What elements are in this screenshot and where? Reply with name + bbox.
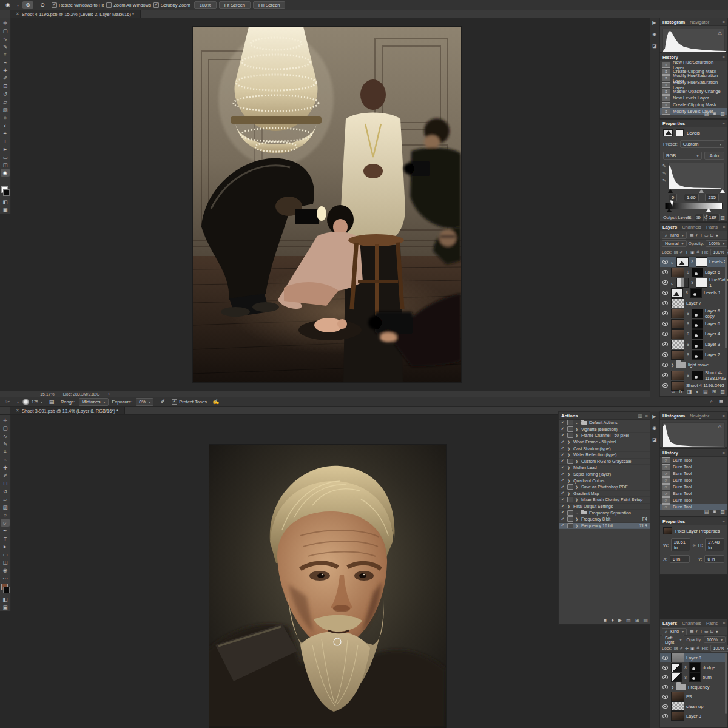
- burn-tool[interactable]: ☞: [1, 519, 10, 527]
- mask-link-icon[interactable]: ∞: [684, 666, 688, 669]
- layer-name[interactable]: Layer 3: [705, 342, 720, 347]
- filter-smart-object-icon[interactable]: ⊡: [710, 629, 714, 634]
- link-dimensions-icon[interactable]: ∞: [693, 543, 696, 547]
- action-dialog-toggle-icon[interactable]: [567, 497, 573, 502]
- history-state[interactable]: ≡ Create Clipping Mask: [660, 101, 727, 108]
- action-row[interactable]: ✓ ❯ Water Reflection (type): [559, 452, 650, 459]
- action-row[interactable]: ✓ ❯ Cast Shadow (type): [559, 445, 650, 452]
- action-enabled-check-icon[interactable]: ✓: [560, 497, 565, 502]
- marquee-tool[interactable]: ▢: [1, 27, 10, 35]
- layer-mask-thumbnail[interactable]: [696, 257, 707, 267]
- layer-mask-thumbnail[interactable]: [690, 288, 702, 298]
- layer-name[interactable]: FS: [686, 694, 692, 699]
- layers-scrollbar[interactable]: [725, 257, 727, 348]
- protect-tones-checkbox[interactable]: Protect Tones: [172, 399, 207, 405]
- mask-link-icon[interactable]: ∞: [684, 675, 688, 679]
- layer-mask-thumbnail[interactable]: [692, 319, 703, 329]
- mask-link-icon[interactable]: ∞: [686, 271, 690, 274]
- brush-tool[interactable]: ✐: [1, 471, 10, 479]
- action-name[interactable]: Water Reflection (type): [573, 453, 616, 457]
- history-state[interactable]: ≡ New Levels Layer: [660, 95, 727, 101]
- document-tab-top[interactable]: ✕ Shoot 4-1196.psb @ 15.2% (Levels 2, La…: [10, 10, 141, 18]
- quick-mask-icon[interactable]: ◧: [1, 198, 10, 206]
- action-dialog-toggle-icon[interactable]: [567, 516, 573, 522]
- layer-name[interactable]: Layer 4: [705, 331, 720, 337]
- action-disclosure-icon[interactable]: ⌄: [575, 511, 579, 515]
- layer-row[interactable]: Layer 8: [660, 653, 727, 662]
- panel-menu-icon[interactable]: ≡: [645, 413, 648, 419]
- blend-mode-dropdown[interactable]: Soft Light▾: [662, 635, 684, 645]
- width-field[interactable]: 20.61 in: [671, 538, 690, 551]
- new-group-icon[interactable]: ▤: [703, 389, 708, 394]
- layer-name[interactable]: Layer 3: [686, 713, 701, 719]
- action-disclosure-icon[interactable]: ❯: [575, 433, 579, 437]
- play-icon[interactable]: ▶: [618, 618, 622, 623]
- mask-link-icon[interactable]: ∞: [690, 260, 695, 264]
- layer-mask-thumbnail[interactable]: [689, 672, 701, 682]
- action-disclosure-icon[interactable]: ❯: [567, 465, 571, 470]
- layer-thumbnail[interactable]: [676, 278, 689, 288]
- action-disclosure-icon[interactable]: ❯: [567, 447, 571, 451]
- action-name[interactable]: Custom RGB to Grayscale: [581, 459, 631, 463]
- checkbox-icon[interactable]: [153, 2, 159, 8]
- layer-style-icon[interactable]: fx: [679, 389, 683, 394]
- layer-thumbnail[interactable]: [671, 319, 684, 329]
- action-disclosure-icon[interactable]: ❯: [567, 491, 571, 496]
- layer-thumbnail[interactable]: [671, 711, 684, 721]
- layer-thumbnail[interactable]: [671, 350, 684, 360]
- group-disclosure-icon[interactable]: ❯: [671, 363, 675, 367]
- history-state[interactable]: ☞ Burn Tool: [660, 484, 727, 490]
- action-enabled-check-icon[interactable]: ✓: [560, 453, 565, 457]
- input-white-slider[interactable]: [720, 189, 725, 193]
- layer-row[interactable]: Layer 7: [660, 298, 727, 308]
- layer-name[interactable]: clean up: [686, 704, 703, 709]
- filter-adjustment-icon[interactable]: ◐: [696, 629, 698, 634]
- layer-row[interactable]: Layer 3: [660, 711, 727, 721]
- history-state[interactable]: ≡ Modify Hue/Saturation Layer: [660, 81, 727, 88]
- libraries-panel-icon[interactable]: ◪: [652, 437, 657, 442]
- action-name[interactable]: Molten Lead: [573, 465, 597, 470]
- expand-panels-icon[interactable]: ▶: [652, 20, 657, 25]
- path-selection-tool[interactable]: ►: [1, 145, 10, 153]
- healing-brush-tool[interactable]: ✚: [1, 66, 10, 74]
- kind-filter-dropdown[interactable]: ⌕ Kind▾: [662, 232, 687, 239]
- output-white-slider[interactable]: [706, 208, 711, 212]
- layer-visibility-eye-icon[interactable]: [661, 310, 669, 317]
- tab-actions[interactable]: Actions: [561, 413, 578, 419]
- link-layers-icon[interactable]: ∞: [672, 389, 675, 394]
- zoom-in-icon[interactable]: ⊕: [22, 1, 33, 9]
- action-enabled-check-icon[interactable]: ✓: [560, 465, 565, 470]
- zoom-preset-button[interactable]: 100%: [194, 1, 217, 9]
- layer-visibility-eye-icon[interactable]: [661, 279, 669, 286]
- color-swatches[interactable]: [1, 584, 10, 593]
- group-disclosure-icon[interactable]: ❯: [671, 685, 675, 689]
- filter-adjustment-icon[interactable]: ◐: [696, 233, 698, 238]
- screen-mode-icon[interactable]: ▣: [1, 603, 10, 611]
- action-name[interactable]: Wood Frame - 50 pixel: [573, 440, 616, 444]
- lock-transparency-icon[interactable]: ▨: [674, 250, 678, 255]
- pen-tool[interactable]: ✒: [1, 129, 10, 137]
- new-snapshot-icon[interactable]: ◙: [713, 111, 716, 116]
- layer-visibility-eye-icon[interactable]: [661, 300, 669, 306]
- tab-layers[interactable]: Layers: [662, 224, 677, 230]
- panel-menu-icon[interactable]: ≡: [723, 19, 725, 25]
- filter-toggle-icon[interactable]: ●: [716, 233, 718, 238]
- mask-link-icon[interactable]: ∞: [686, 332, 690, 336]
- layer-row[interactable]: ∞ Levels 1: [660, 288, 727, 298]
- toolbar-ellipsis[interactable]: ⋯: [1, 177, 10, 184]
- path-selection-tool[interactable]: ►: [1, 542, 10, 550]
- action-disclosure-icon[interactable]: ❯: [567, 440, 571, 444]
- eraser-tool[interactable]: ▱: [1, 495, 10, 503]
- action-disclosure-icon[interactable]: ❯: [567, 479, 571, 483]
- layer-thumbnail[interactable]: [676, 257, 689, 267]
- action-disclosure-icon[interactable]: ❯: [575, 524, 579, 528]
- layer-row[interactable]: ❯ Frequency: [660, 682, 727, 692]
- hand-tool[interactable]: ◫: [1, 161, 10, 169]
- marquee-tool[interactable]: ▢: [1, 424, 10, 432]
- layer-visibility-eye-icon[interactable]: [661, 258, 669, 265]
- layer-name[interactable]: Layer 8: [686, 655, 701, 661]
- layer-mask-thumbnail[interactable]: [692, 350, 703, 360]
- new-adjustment-layer-icon[interactable]: ◐: [696, 389, 699, 394]
- lock-pixels-icon[interactable]: ✐: [679, 250, 683, 255]
- move-tool[interactable]: ✛: [1, 19, 10, 27]
